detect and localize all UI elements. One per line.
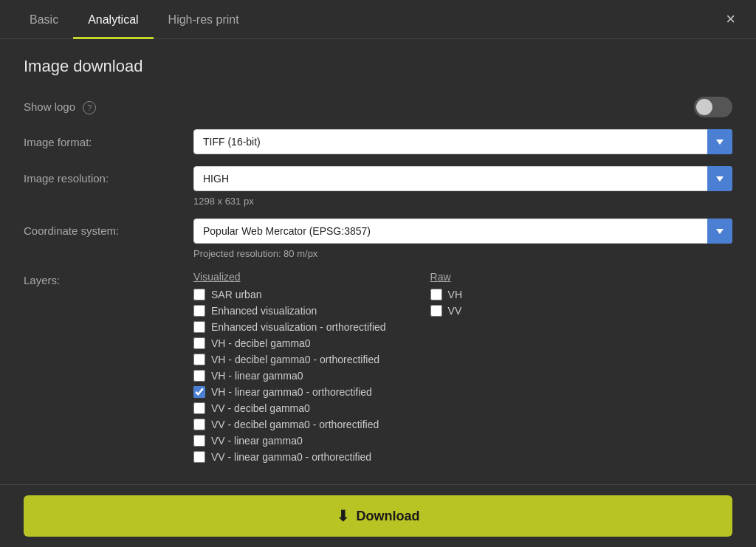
coordinate-system-select[interactable]: Popular Web Mercator (EPSG:3857) WGS84 (…	[193, 219, 732, 244]
vv-linear-ortho-checkbox[interactable]	[193, 451, 205, 463]
visualized-column: Visualized SAR urban Enhanced visualizat…	[193, 271, 386, 467]
tabs-bar: Basic Analytical High-res print ×	[0, 0, 756, 39]
image-format-select[interactable]: TIFF (16-bit) PNG JPEG	[193, 129, 732, 154]
coordinate-system-label: Coordinate system:	[24, 219, 193, 237]
layers-label: Layers:	[24, 271, 193, 286]
tab-basic[interactable]: Basic	[15, 0, 73, 39]
tab-analytical[interactable]: Analytical	[73, 0, 153, 39]
image-format-control: TIFF (16-bit) PNG JPEG	[193, 129, 732, 154]
list-item[interactable]: VV - decibel gamma0	[193, 402, 386, 414]
coordinate-system-row: Coordinate system: Popular Web Mercator …	[24, 219, 732, 259]
sar-urban-checkbox[interactable]	[193, 289, 205, 300]
vv-linear-checkbox[interactable]	[193, 435, 205, 447]
visualized-header: Visualized	[193, 271, 386, 283]
image-resolution-select[interactable]: HIGH MEDIUM LOW	[193, 166, 732, 191]
show-logo-row: Show logo ?	[24, 97, 732, 117]
coordinate-system-select-wrap: Popular Web Mercator (EPSG:3857) WGS84 (…	[193, 219, 732, 244]
list-item[interactable]: Enhanced visualization - orthorectified	[193, 321, 386, 333]
list-item[interactable]: VH - decibel gamma0	[193, 337, 386, 349]
coordinate-system-control: Popular Web Mercator (EPSG:3857) WGS84 (…	[193, 219, 732, 259]
download-bar: ⬇ Download	[0, 484, 756, 547]
raw-header: Raw	[430, 271, 462, 283]
modal-content: Image download Show logo ? Image format:…	[0, 39, 756, 547]
list-item[interactable]: VV - decibel gamma0 - orthorectified	[193, 419, 386, 430]
layers-content: Visualized SAR urban Enhanced visualizat…	[193, 271, 732, 467]
coordinate-system-subtext: Projected resolution: 80 m/px	[193, 248, 732, 259]
raw-column: Raw VH VV	[430, 271, 462, 467]
list-item[interactable]: SAR urban	[193, 289, 386, 300]
vv-decibel-ortho-checkbox[interactable]	[193, 419, 205, 430]
tab-highres[interactable]: High-res print	[154, 0, 254, 39]
vh-linear-ortho-checkbox[interactable]	[193, 386, 205, 398]
image-resolution-row: Image resolution: HIGH MEDIUM LOW 1298 x…	[24, 166, 732, 207]
list-item[interactable]: Enhanced visualization	[193, 305, 386, 317]
image-resolution-label: Image resolution:	[24, 166, 193, 185]
show-logo-label: Show logo ?	[24, 100, 193, 114]
image-format-select-wrap: TIFF (16-bit) PNG JPEG	[193, 129, 732, 154]
image-resolution-control: HIGH MEDIUM LOW 1298 x 631 px	[193, 166, 732, 207]
layers-row: Layers: Visualized SAR urban Enhanced vi…	[24, 271, 732, 467]
section-title: Image download	[24, 57, 732, 76]
list-item[interactable]: VH - decibel gamma0 - orthorectified	[193, 354, 386, 365]
image-format-row: Image format: TIFF (16-bit) PNG JPEG	[24, 129, 732, 154]
download-label: Download	[357, 509, 420, 524]
image-resolution-select-wrap: HIGH MEDIUM LOW	[193, 166, 732, 191]
vh-decibel-ortho-checkbox[interactable]	[193, 354, 205, 365]
download-icon: ⬇	[337, 507, 349, 525]
list-item[interactable]: VV - linear gamma0	[193, 435, 386, 447]
vv-decibel-checkbox[interactable]	[193, 402, 205, 414]
list-item[interactable]: VV	[430, 305, 462, 317]
close-button[interactable]: ×	[720, 8, 741, 30]
modal: Basic Analytical High-res print × Image …	[0, 0, 756, 547]
raw-vv-checkbox[interactable]	[430, 305, 442, 317]
raw-vh-checkbox[interactable]	[430, 289, 442, 300]
enhanced-viz-checkbox[interactable]	[193, 305, 205, 317]
image-resolution-subtext: 1298 x 631 px	[193, 196, 732, 207]
download-button[interactable]: ⬇ Download	[24, 495, 732, 537]
list-item[interactable]: VV - linear gamma0 - orthorectified	[193, 451, 386, 463]
image-format-label: Image format:	[24, 136, 193, 148]
list-item[interactable]: VH	[430, 289, 462, 300]
show-logo-toggle-wrap	[193, 97, 732, 117]
help-icon[interactable]: ?	[83, 101, 96, 114]
show-logo-toggle[interactable]	[694, 97, 732, 117]
vh-decibel-checkbox[interactable]	[193, 337, 205, 349]
list-item[interactable]: VH - linear gamma0 - orthorectified	[193, 386, 386, 398]
list-item[interactable]: VH - linear gamma0	[193, 370, 386, 382]
vh-linear-checkbox[interactable]	[193, 370, 205, 382]
enhanced-viz-ortho-checkbox[interactable]	[193, 321, 205, 333]
